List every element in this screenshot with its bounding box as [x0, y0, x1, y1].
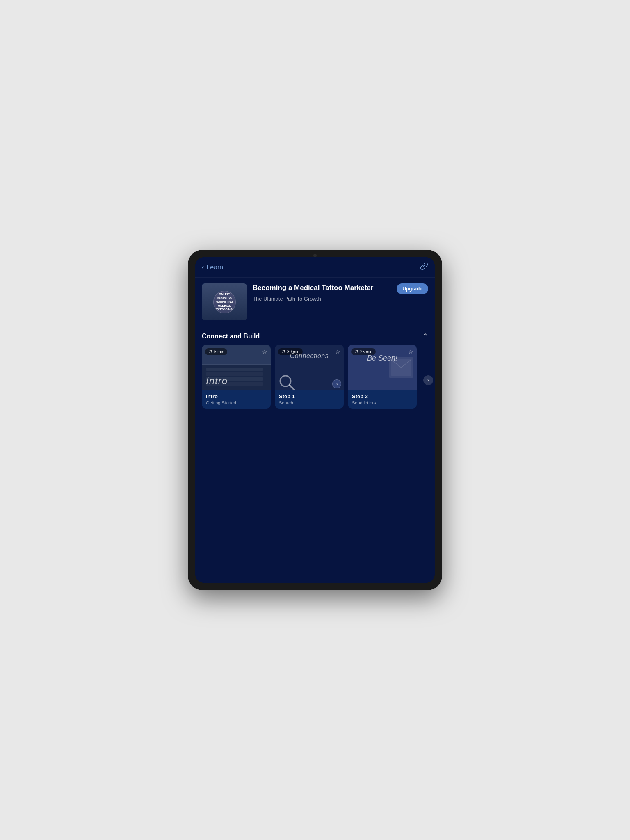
clock-icon-step2: ⏱: [354, 349, 358, 354]
card-image-intro: Intro ⏱ 5 min ☆: [202, 345, 271, 390]
course-title-row: Becoming a Medical Tattoo Marketer Upgra…: [253, 283, 428, 294]
camera: [313, 254, 317, 257]
course-thumbnail: Online BusinessMarketingMedicalTattooing: [202, 283, 247, 320]
svg-line-10: [290, 385, 294, 390]
lesson-card-step2[interactable]: Be Seen! ⏱ 25 min ☆ Step 2 Send letters: [348, 345, 417, 409]
card-sublabel-intro: Getting Started!: [206, 400, 267, 405]
course-info: Becoming a Medical Tattoo Marketer Upgra…: [253, 283, 428, 302]
nav-title: Learn: [206, 264, 223, 271]
card-time-step2: 25 min: [360, 349, 372, 354]
lesson-card-step1[interactable]: Connections S ⏱: [275, 345, 344, 409]
card-info-step1: Step 1 Search: [275, 390, 344, 409]
card-image-step1: Connections S ⏱: [275, 345, 344, 390]
card-sublabel-step2: Send letters: [352, 400, 413, 405]
back-icon: ‹: [202, 264, 204, 271]
card-label-intro: Intro: [206, 393, 267, 399]
lesson-card-intro[interactable]: Intro ⏱ 5 min ☆ Intro Getting Started!: [202, 345, 271, 409]
clock-icon-intro: ⏱: [208, 349, 212, 354]
link-icon[interactable]: [420, 262, 428, 272]
card-info-step2: Step 2 Send letters: [348, 390, 417, 409]
svg-rect-2: [206, 368, 263, 371]
scroll-next-button[interactable]: ›: [423, 375, 433, 385]
course-title: Becoming a Medical Tattoo Marketer: [253, 283, 393, 292]
bottom-area: [195, 415, 435, 583]
course-subtitle: The Ultimate Path To Growth: [253, 296, 428, 302]
card-info-intro: Intro Getting Started!: [202, 390, 271, 409]
nav-bar: ‹ Learn: [195, 257, 435, 278]
tablet-frame: ‹ Learn Online BusinessMarketingMed: [188, 250, 442, 590]
card-label-step1: Step 1: [279, 393, 340, 399]
upgrade-button[interactable]: Upgrade: [397, 283, 428, 294]
card-image-step2: Be Seen! ⏱ 25 min ☆: [348, 345, 417, 390]
back-button[interactable]: ‹ Learn: [202, 264, 223, 271]
cards-scroll: Intro ⏱ 5 min ☆ Intro Getting Started!: [195, 345, 435, 415]
chevron-up-icon[interactable]: ⌃: [422, 332, 428, 341]
thumbnail-circle-text: Online BusinessMarketingMedicalTattooing: [214, 292, 235, 311]
section-header: Connect and Build ⌃: [195, 326, 435, 345]
card-label-step2: Step 2: [352, 393, 413, 399]
section-title: Connect and Build: [202, 333, 260, 340]
card-time-badge-intro: ⏱ 5 min: [205, 348, 227, 355]
card-time-intro: 5 min: [214, 349, 224, 354]
tablet-screen: ‹ Learn Online BusinessMarketingMed: [195, 257, 435, 583]
course-header: Online BusinessMarketingMedicalTattooing…: [195, 278, 435, 326]
card-sublabel-step1: Search: [279, 400, 340, 405]
thumbnail-circle: Online BusinessMarketingMedicalTattooing: [213, 291, 236, 313]
card-star-intro[interactable]: ☆: [262, 348, 267, 355]
